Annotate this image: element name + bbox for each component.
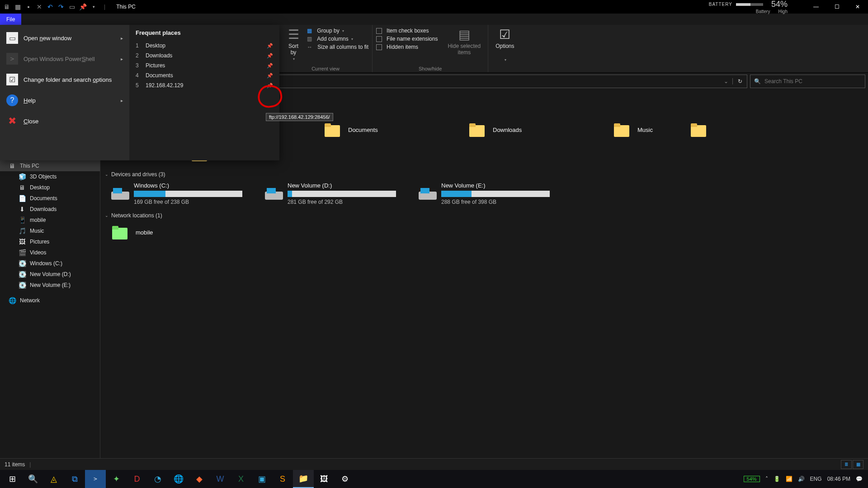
taskbar-brave[interactable]: ◆ — [189, 470, 210, 488]
taskbar-chrome[interactable]: 🌐 — [168, 470, 189, 488]
taskbar-app-3[interactable]: D — [127, 470, 147, 488]
add-columns-button[interactable]: ▥ Add columns▾ — [307, 35, 368, 43]
tree-mobile[interactable]: 📱mobile — [0, 215, 100, 225]
taskbar-search[interactable]: 🔍 — [23, 470, 43, 488]
group-by-button[interactable]: ▦ Group by▾ — [307, 27, 368, 35]
taskbar-powershell[interactable]: ＞ — [85, 470, 106, 488]
close-button[interactable]: ✕ — [847, 0, 868, 14]
help-icon: ? — [6, 94, 18, 106]
tab-file[interactable]: File — [0, 14, 21, 25]
qat-rename-icon[interactable]: ▭ — [67, 2, 77, 12]
frequent-place[interactable]: 5192.168.42.129📌 — [136, 80, 273, 90]
system-tray: 54% ˄ 🔋 📶 🔊 ENG 08:46 PM 💬 — [744, 476, 866, 482]
hidden-items-toggle[interactable]: Hidden items — [376, 43, 438, 51]
taskbar-settings[interactable]: ⚙ — [335, 470, 355, 488]
tray-battery-pill[interactable]: 54% — [744, 476, 760, 482]
tree-pictures[interactable]: 🖼Pictures — [0, 236, 100, 247]
taskbar-vscode[interactable]: ⧉ — [64, 470, 85, 488]
frequent-place[interactable]: 2Downloads📌 — [136, 51, 273, 61]
group-by-icon: ▦ — [307, 28, 312, 34]
frequent-place[interactable]: 1Desktop📌 — [136, 41, 273, 51]
maximize-button[interactable]: ☐ — [826, 0, 847, 14]
search-box[interactable]: 🔍 — [750, 75, 865, 88]
view-details-button[interactable]: ≣ — [841, 460, 852, 469]
file-change-options[interactable]: ☑ Change folder and search options — [0, 69, 129, 90]
sort-icon: ☰ — [286, 28, 301, 42]
taskbar-app-4[interactable]: ▣ — [251, 470, 272, 488]
file-name-ext-toggle[interactable]: File name extensions — [376, 35, 438, 43]
hide-selected-button[interactable]: ▤ Hide selected items — [444, 27, 484, 57]
drive-free-text: 288 GB free of 398 GB — [441, 199, 550, 205]
folder-icon — [689, 121, 709, 139]
view-tiles-button[interactable]: ▦ — [853, 460, 863, 469]
frequent-place[interactable]: 3Pictures📌 — [136, 61, 273, 70]
start-button[interactable]: ⊞ — [2, 470, 23, 488]
folder-downloads[interactable]: Downloads — [466, 119, 592, 141]
taskbar-sublime[interactable]: S — [272, 470, 293, 488]
item-check-boxes-toggle[interactable]: Item check boxes — [376, 27, 438, 35]
group-devices[interactable]: ⌄Devices and drives (3) — [105, 171, 863, 178]
tree-windows-c[interactable]: 💽Windows (C:) — [0, 258, 100, 269]
tray-language[interactable]: ENG — [810, 476, 822, 482]
file-close[interactable]: ✖ Close — [0, 111, 129, 131]
tree-3d-objects[interactable]: 🧊3D Objects — [0, 171, 100, 182]
options-button[interactable]: ☑ Options▾ — [492, 27, 518, 63]
tray-clock[interactable]: 08:46 PM — [827, 476, 850, 482]
size-columns-button[interactable]: ↔ Size all columns to fit — [307, 43, 368, 51]
tree-videos[interactable]: 🎬Videos — [0, 247, 100, 258]
file-help[interactable]: ? Help ▸ — [0, 90, 129, 111]
taskbar-excel[interactable]: X — [231, 470, 251, 488]
tray-chevron-up-icon[interactable]: ˄ — [765, 476, 768, 482]
search-input[interactable] — [764, 78, 861, 84]
drive-windows-c[interactable]: Windows (C:) 169 GB free of 238 GB — [108, 180, 244, 207]
taskbar-edge[interactable]: ◔ — [147, 470, 168, 488]
battery-source: Battery — [756, 9, 770, 14]
qat-pin-icon[interactable]: 📌 — [78, 2, 88, 12]
tree-desktop[interactable]: 🖥Desktop — [0, 182, 100, 193]
pin-icon[interactable]: 📌 — [267, 53, 273, 59]
address-dropdown-icon[interactable]: ⌄ — [720, 78, 732, 84]
titlebar-separator: | — [104, 4, 105, 10]
qat-properties-icon[interactable]: ▦ — [13, 2, 23, 12]
taskbar-app-1[interactable]: ◬ — [43, 470, 64, 488]
frequent-place[interactable]: 4Documents📌 — [136, 70, 273, 80]
pin-icon[interactable]: 📌 — [267, 63, 273, 69]
address-bar[interactable]: ⌄ ↻ — [253, 75, 747, 88]
taskbar-app-5[interactable]: 🖼 — [314, 470, 335, 488]
taskbar-explorer[interactable]: 📁 — [293, 470, 314, 488]
fit-icon: ↔ — [307, 44, 312, 50]
tree-network[interactable]: 🌐Network — [0, 295, 100, 306]
tree-new-volume-d[interactable]: 💽New Volume (D:) — [0, 269, 100, 280]
sort-by-button[interactable]: ☰ Sort by▾ — [283, 27, 304, 62]
tree-downloads[interactable]: ⬇Downloads — [0, 204, 100, 215]
tree-new-volume-e[interactable]: 💽New Volume (E:) — [0, 280, 100, 291]
taskbar-app-2[interactable]: ✦ — [106, 470, 127, 488]
qat-new-icon[interactable]: ▪ — [24, 2, 33, 12]
refresh-button[interactable]: ↻ — [732, 78, 747, 84]
pin-icon[interactable]: 📌 — [267, 73, 273, 79]
netloc-mobile[interactable]: mobile — [108, 221, 235, 243]
taskbar-word[interactable]: W — [210, 470, 231, 488]
drive-icon: 💽 — [18, 281, 26, 289]
drive-new-volume-e[interactable]: New Volume (E:) 288 GB free of 398 GB — [416, 180, 552, 207]
qat-undo-icon[interactable]: ↶ — [45, 2, 55, 12]
pin-icon[interactable]: 📌 — [267, 83, 273, 89]
tree-documents[interactable]: 📄Documents — [0, 193, 100, 204]
pin-icon[interactable]: 📌 — [267, 43, 273, 49]
minimize-button[interactable]: — — [806, 0, 826, 14]
battery-label: BATTERY — [709, 2, 732, 7]
file-open-new-window[interactable]: ▭ Open new window ▸ — [0, 28, 129, 48]
tree-music[interactable]: 🎵Music — [0, 225, 100, 236]
folder-pictures[interactable] — [687, 119, 741, 141]
folder-documents[interactable]: Documents — [321, 119, 448, 141]
tray-battery-icon[interactable]: 🔋 — [774, 476, 780, 482]
tray-wifi-icon[interactable]: 📶 — [786, 476, 793, 482]
drive-new-volume-d[interactable]: New Volume (D:) 281 GB free of 292 GB — [262, 180, 398, 207]
group-network-locations[interactable]: ⌄Network locations (1) — [105, 212, 863, 219]
qat-redo-icon[interactable]: ↷ — [56, 2, 66, 12]
tray-notifications-icon[interactable]: 💬 — [856, 476, 863, 482]
qat-delete-icon[interactable]: ✕ — [34, 2, 44, 12]
qat-dropdown-icon[interactable]: ▾ — [89, 2, 99, 12]
tree-this-pc[interactable]: 🖥This PC — [0, 160, 100, 171]
tray-volume-icon[interactable]: 🔊 — [798, 476, 805, 482]
